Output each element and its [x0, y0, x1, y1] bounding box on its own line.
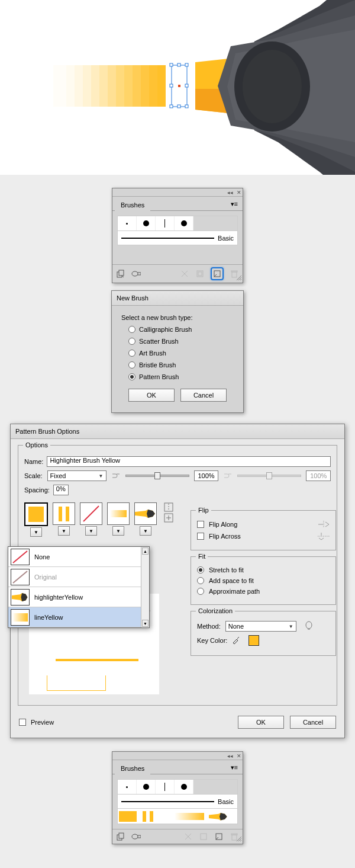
collapse-icon[interactable]: ◂◂ [227, 753, 233, 759]
close-icon[interactable]: ✕ [237, 190, 241, 196]
fit-stretch[interactable]: Stretch to fit [197, 566, 330, 574]
svg-rect-18 [178, 63, 180, 66]
tile-start-dropdown[interactable]: ▼ [112, 526, 124, 536]
svg-rect-14 [170, 63, 173, 66]
link-icon[interactable] [111, 471, 121, 481]
new-brush-button[interactable] [214, 832, 224, 841]
radio-pattern[interactable]: Pattern Brush [128, 373, 234, 380]
brush-thumb-empty [193, 780, 237, 794]
tips-icon[interactable] [305, 621, 313, 632]
cancel-button[interactable]: Cancel [290, 716, 336, 729]
brush-thumb[interactable] [156, 216, 175, 230]
resize-grip-icon[interactable] [236, 275, 242, 282]
scale-value[interactable]: 100% [194, 470, 219, 481]
flip-across-check[interactable]: Flip Across [197, 532, 330, 540]
tile-end[interactable] [134, 502, 157, 525]
scale-slider[interactable] [125, 475, 189, 477]
svg-rect-17 [185, 105, 188, 108]
svg-line-42 [83, 506, 99, 521]
tile-add-icon[interactable] [164, 513, 173, 523]
tile-flip-icon[interactable] [164, 502, 173, 512]
svg-rect-22 [178, 85, 180, 87]
brush-highlighter-row[interactable] [117, 809, 238, 824]
panel-menu-icon[interactable]: ▾≡ [231, 764, 238, 771]
preview-check[interactable]: Preview [19, 719, 54, 726]
brush-thumb[interactable] [137, 216, 156, 230]
radio-bristle[interactable]: Bristle Brush [128, 361, 234, 369]
spacing-input[interactable]: 0% [53, 485, 69, 495]
remove-stroke-icon [183, 832, 193, 841]
radio-scatter[interactable]: Scatter Brush [128, 338, 234, 345]
group-legend: Options [23, 441, 50, 449]
scale-label: Scale: [24, 472, 43, 479]
new-brush-button-highlight [211, 267, 224, 280]
brush-basic-row[interactable]: Basic [117, 795, 238, 809]
svg-marker-62 [220, 813, 227, 821]
svg-rect-59 [150, 811, 153, 822]
panel-header: ◂◂ ✕ [112, 752, 243, 760]
brush-thumb[interactable] [175, 780, 193, 794]
libraries-icon[interactable] [116, 832, 125, 841]
scale-slider-2 [237, 475, 301, 477]
name-input[interactable]: Highlighter Brush Yellow [47, 456, 331, 467]
fit-approx[interactable]: Approximate path [197, 588, 330, 595]
flip-across-icon [318, 532, 330, 540]
resize-grip-icon[interactable] [236, 836, 242, 843]
tile-start[interactable] [107, 502, 130, 525]
svg-rect-39 [28, 507, 44, 522]
brush-thumb-empty [193, 216, 237, 230]
brush-type-icon[interactable] [131, 269, 141, 278]
tile-side[interactable] [24, 502, 48, 526]
radio-art[interactable]: Art Brush [128, 350, 234, 357]
method-label: Method: [197, 623, 221, 630]
cancel-button[interactable]: Cancel [180, 389, 227, 402]
link-icon2 [223, 471, 233, 481]
tile-inner-dropdown[interactable]: ▼ [85, 526, 97, 536]
svg-rect-66 [201, 834, 206, 840]
list-item-highlighter-yellow[interactable]: highlighterYellow [8, 587, 149, 607]
brush-thumb[interactable] [137, 780, 156, 794]
radio-calligraphic[interactable]: Calligraphic Brush [128, 326, 234, 333]
brush-type-icon[interactable] [131, 832, 141, 841]
fit-addspace[interactable]: Add space to fit [197, 577, 330, 584]
new-brush-button[interactable] [212, 269, 222, 278]
ok-button[interactable]: OK [238, 716, 284, 729]
brush-thumb[interactable] [175, 216, 193, 230]
brush-thumb[interactable] [118, 780, 137, 794]
svg-rect-57 [119, 811, 137, 822]
svg-point-65 [132, 834, 138, 839]
tile-outer-corner[interactable] [53, 502, 75, 525]
list-item-none[interactable]: None [8, 547, 149, 567]
libraries-icon[interactable] [116, 269, 125, 278]
panel-tab-brushes[interactable]: Brushes [115, 762, 150, 774]
svg-marker-50 [21, 593, 28, 601]
tile-pattern-dropdown-list: None Original highlighterYellow lineYell… [8, 546, 150, 628]
scale-value-2: 100% [306, 470, 331, 481]
list-item-original[interactable]: Original [8, 567, 149, 587]
svg-rect-58 [143, 811, 146, 822]
close-icon[interactable]: ✕ [237, 753, 241, 759]
scrollbar[interactable]: ▲ ▼ [141, 547, 149, 627]
ok-button[interactable]: OK [128, 389, 175, 402]
tile-end-dropdown[interactable]: ▼ [140, 526, 151, 536]
tile-inner-corner[interactable] [80, 502, 102, 525]
spacing-label: Spacing: [24, 486, 50, 494]
eyedropper-icon[interactable] [232, 636, 240, 645]
svg-rect-54 [56, 659, 138, 661]
key-color-swatch[interactable] [248, 635, 259, 646]
collapse-icon[interactable]: ◂◂ [227, 190, 233, 196]
flip-along-check[interactable]: Flip Along [197, 520, 330, 529]
tile-corner-dropdown[interactable]: ▼ [58, 526, 70, 536]
list-item-line-yellow[interactable]: lineYellow [8, 607, 149, 627]
svg-rect-21 [185, 84, 188, 87]
svg-rect-20 [170, 84, 173, 87]
scale-mode-select[interactable]: Fixed▼ [47, 470, 106, 481]
brush-thumb[interactable] [118, 216, 137, 230]
method-select[interactable]: None▼ [225, 621, 296, 632]
tile-side-dropdown[interactable]: ▼ [30, 527, 42, 537]
panel-tab-brushes[interactable]: Brushes [115, 198, 150, 211]
brush-thumb[interactable] [156, 780, 175, 794]
brush-basic-row[interactable]: Basic [117, 231, 238, 245]
keycolor-label: Key Color: [197, 637, 227, 644]
panel-menu-icon[interactable]: ▾≡ [231, 200, 238, 208]
